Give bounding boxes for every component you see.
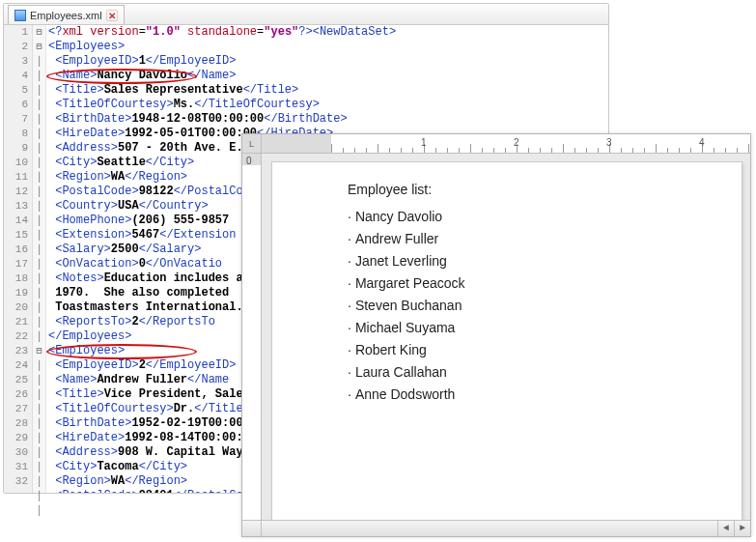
vruler-zero: 0 [246,156,252,166]
scrollbar-track[interactable] [262,521,717,536]
list-item: ·Steven Buchanan [348,298,742,313]
ruler-corner: L [242,134,262,154]
list-item: ·Robert King [348,342,742,357]
horizontal-ruler[interactable]: 1234 [262,134,750,154]
list-item: ·Michael Suyama [348,320,742,335]
ruler-row: L 1234 [242,134,750,154]
scroll-right-icon[interactable]: ► [734,521,750,536]
list-item: ·Janet Leverling [348,253,742,269]
employee-list: ·Nancy Davolio·Andrew Fuller·Janet Lever… [348,209,742,402]
list-item: ·Nancy Davolio [348,209,742,224]
tab-bar: Employees.xml ✕ [4,4,608,25]
list-item: ·Margaret Peacock [348,275,742,291]
line-number-gutter: 1234567891011121314151617181920212223242… [4,25,33,493]
fold-column[interactable]: ⊟⊟││││││││││││││││││││⊟│││││││││││ [33,25,46,493]
list-item: ·Andrew Fuller [348,231,742,246]
list-item: ·Anne Dodsworth [348,386,742,402]
document-window: L 1234 0 Employee list: ·Nancy Davolio·A… [241,133,751,537]
horizontal-scrollbar[interactable]: ◄ ► [242,520,750,536]
page: Employee list: ·Nancy Davolio·Andrew Ful… [271,161,742,520]
scroll-left-icon[interactable]: ◄ [717,521,734,536]
close-icon[interactable]: ✕ [106,10,118,21]
list-heading: Employee list: [348,182,742,197]
vertical-ruler[interactable]: 0 [242,154,262,520]
list-item: ·Laura Callahan [348,364,742,380]
xml-file-icon [14,10,26,21]
tab-filename: Employees.xml [30,10,102,21]
file-tab[interactable]: Employees.xml ✕ [8,5,125,24]
page-viewport[interactable]: Employee list: ·Nancy Davolio·Andrew Ful… [262,154,750,520]
